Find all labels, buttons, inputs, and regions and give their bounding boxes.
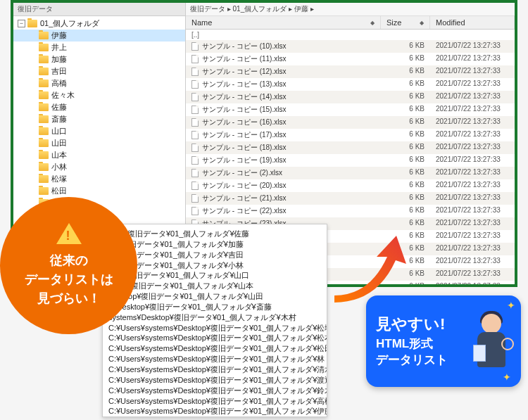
folder-icon: [39, 127, 49, 135]
collapse-icon[interactable]: −: [18, 20, 25, 27]
file-name-cell: サンプル - コピー (15).xlsx: [186, 103, 381, 116]
plain-path-line: C:¥Users¥systems¥Desktop¥復旧データ¥01_個人フォルダ…: [108, 386, 321, 396]
file-row[interactable]: サンプル - コピー (14).xlsx6 KB2021/07/22 13:27…: [186, 91, 515, 103]
file-modified-cell: 2021/07/22 13:27:33: [430, 141, 515, 154]
tree-folder-item[interactable]: 加藤: [13, 53, 185, 65]
file-row[interactable]: サンプル - コピー (11).xlsx6 KB2021/07/22 13:27…: [186, 53, 515, 65]
sort-icon: ◆: [420, 20, 424, 26]
tree-folder-item[interactable]: 佐藤: [13, 101, 185, 113]
file-size-cell: 6 KB: [381, 167, 430, 179]
sort-icon: ◆: [370, 20, 375, 26]
file-name-text: サンプル - コピー (19).xlsx: [202, 155, 286, 165]
file-row[interactable]: サンプル - コピー (17).xlsx6 KB2021/07/22 13:27…: [186, 129, 515, 141]
tree-folder-item[interactable]: 山口: [13, 125, 185, 137]
person-illustration: [472, 310, 511, 373]
file-name-text: サンプル - コピー (2).xlsx: [202, 168, 282, 178]
plain-path-line: C:¥Users¥systems¥Desktop¥復旧データ¥01_個人フォルダ…: [108, 343, 321, 354]
tree-header: 復旧データ: [13, 3, 185, 16]
file-name-text: サンプル - コピー (13).xlsx: [202, 79, 286, 89]
column-header-modified[interactable]: Modified: [430, 16, 515, 29]
tree-item-label: 伊藤: [51, 30, 67, 41]
file-row[interactable]: サンプル - コピー (10).xlsx6 KB2021/07/22 13:27…: [186, 40, 515, 53]
tree-item-label: 佐々木: [51, 90, 75, 101]
orange-badge-text: 従来の データリストは 見づらい！: [25, 251, 113, 308]
tree-folder-item[interactable]: 井上: [13, 42, 185, 53]
file-icon: [191, 93, 199, 101]
file-name-text: サンプル - コピー (12).xlsx: [202, 67, 286, 77]
file-modified-cell: 2021/07/22 13:27:33: [430, 268, 515, 281]
plain-path-line: s¥Desktop¥復旧データ¥01_個人フォルダ¥斎藤: [108, 302, 321, 312]
file-modified-cell: 2021/07/22 13:27:33: [430, 78, 515, 91]
tree-folder-item[interactable]: 山本: [13, 149, 185, 161]
file-row[interactable]: サンプル - コピー (21).xlsx6 KB2021/07/22 13:27…: [186, 192, 515, 205]
plain-path-line: Desktop¥復旧データ¥01_個人フォルダ¥山田: [108, 291, 321, 302]
arrow-icon: [327, 232, 412, 303]
tree-item-label: 加藤: [51, 54, 67, 65]
file-name-cell: サンプル - コピー (17).xlsx: [186, 129, 381, 141]
tree-folder-item[interactable]: 伊藤: [13, 30, 185, 42]
breadcrumb[interactable]: 復旧データ ▸ 01_個人フォルダ ▸ 伊藤 ▸: [186, 3, 515, 16]
tree-folder-item[interactable]: 小林: [13, 161, 185, 173]
file-row[interactable]: サンプル - コピー (15).xlsx6 KB2021/07/22 13:27…: [186, 103, 515, 116]
file-name-text: サンプル - コピー (21).xlsx: [202, 193, 286, 203]
tree-item-label: 松塚: [51, 174, 67, 184]
updir-row[interactable]: [..]: [186, 30, 515, 40]
file-name-text: サンプル - コピー (16).xlsx: [202, 117, 286, 127]
file-size-cell: 6 KB: [381, 116, 430, 129]
tree-folder-item[interactable]: 松塚: [13, 173, 185, 185]
tree-folder-item[interactable]: 斎藤: [13, 113, 185, 125]
tree-root-item[interactable]: − 01_個人フォルダ: [13, 18, 185, 30]
folder-icon: [39, 187, 49, 195]
file-icon: [191, 169, 199, 177]
file-size-cell: 6 KB: [381, 103, 430, 116]
tree-folder-item[interactable]: 佐々木: [13, 89, 185, 101]
tree-folder-item[interactable]: 松田: [13, 185, 185, 197]
file-row[interactable]: サンプル - コピー (20).xlsx6 KB2021/07/22 13:27…: [186, 179, 515, 192]
column-header-size[interactable]: Size ◆: [381, 16, 430, 29]
column-size-label: Size: [386, 18, 401, 27]
file-row[interactable]: サンプル - コピー (12).xlsx6 KB2021/07/22 13:27…: [186, 65, 515, 78]
file-row[interactable]: サンプル - コピー (18).xlsx6 KB2021/07/22 13:27…: [186, 141, 515, 154]
plain-path-line: systems¥Desktop¥復旧データ¥01_個人フォルダ¥木村: [108, 312, 321, 323]
file-modified-cell: 2021/07/22 13:27:33: [430, 167, 515, 179]
tree-folder-item[interactable]: 山田: [13, 137, 185, 149]
file-row[interactable]: サンプル - コピー (19).xlsx6 KB2021/07/22 13:27…: [186, 154, 515, 167]
file-size-cell: 6 KB: [381, 179, 430, 192]
tree-folder-item[interactable]: 吉田: [13, 65, 185, 77]
file-name-cell: サンプル - コピー (2).xlsx: [186, 167, 381, 179]
file-modified-cell: 2021/07/22 13:27:33: [430, 230, 515, 243]
file-name-cell: サンプル - コピー (22).xlsx: [186, 205, 381, 217]
folder-icon: [39, 139, 49, 147]
folder-icon: [39, 103, 49, 111]
file-icon: [191, 194, 199, 203]
file-name-text: サンプル - コピー (17).xlsx: [202, 130, 286, 140]
folder-icon: [39, 44, 49, 51]
folder-icon: [27, 20, 37, 27]
folder-icon: [39, 68, 49, 75]
tree-item-label: 斎藤: [51, 114, 67, 125]
blue-line3: データリスト: [376, 352, 448, 369]
file-modified-cell: 2021/07/22 13:27:33: [430, 217, 515, 230]
file-modified-cell: 2021/07/22 13:27:33: [430, 116, 515, 129]
tree-folder-item[interactable]: 高橋: [13, 77, 185, 89]
file-modified-cell: 2021/07/22 13:27:33: [430, 129, 515, 141]
file-modified-cell: 2021/07/22 13:27:33: [430, 103, 515, 116]
plain-path-line: C:¥Users¥systems¥Desktop¥復旧データ¥01_個人フォルダ…: [108, 396, 321, 407]
file-row[interactable]: サンプル - コピー (22).xlsx6 KB2021/07/22 13:27…: [186, 205, 515, 217]
file-modified-cell: 2021/07/22 13:27:33: [430, 243, 515, 255]
file-size-cell: 6 KB: [381, 65, 430, 78]
file-icon: [191, 106, 199, 114]
file-row[interactable]: サンプル - コピー (2).xlsx6 KB2021/07/22 13:27:…: [186, 167, 515, 179]
file-modified-cell: 2021/07/22 13:27:33: [430, 179, 515, 192]
plain-path-line: op¥復旧データ¥01_個人フォルダ¥吉田: [108, 250, 321, 260]
file-name-cell: サンプル - コピー (13).xlsx: [186, 78, 381, 91]
file-name-cell: サンプル - コピー (11).xlsx: [186, 53, 381, 65]
plain-path-line: C:¥Users¥systems¥Desktop¥復旧データ¥01_個人フォルダ…: [108, 364, 321, 375]
column-header-name[interactable]: Name ◆: [186, 16, 381, 29]
file-row[interactable]: サンプル - コピー (16).xlsx6 KB2021/07/22 13:27…: [186, 116, 515, 129]
blue-line1: 見やすい!: [376, 314, 448, 336]
file-row[interactable]: サンプル - コピー (13).xlsx6 KB2021/07/22 13:27…: [186, 78, 515, 91]
blue-badge-text: 見やすい! HTML形式 データリスト: [376, 314, 448, 369]
orange-callout-badge: 従来の データリストは 見づらい！: [0, 197, 137, 334]
file-size-cell: 6 KB: [381, 141, 430, 154]
